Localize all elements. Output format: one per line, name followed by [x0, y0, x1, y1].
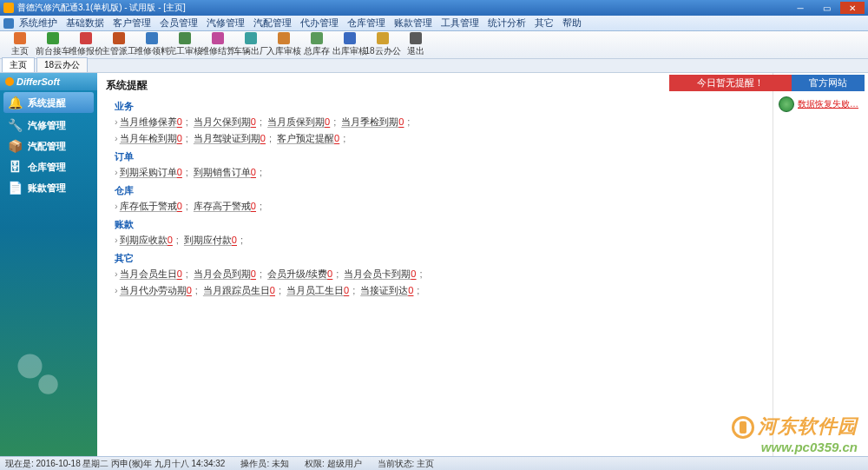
toolbar-label: 完工审核	[168, 45, 202, 57]
ic-done-icon	[179, 32, 191, 44]
toolbar-退出[interactable]: 退出	[399, 32, 432, 58]
menu-item[interactable]: 帮助	[562, 17, 582, 30]
news-badge-icon	[779, 96, 794, 112]
nav-label: 汽修管理	[28, 119, 66, 132]
title-bar: 普德汽修汽配通3.1(单机版) - 试用版 - [主页] ─ ▭ ✕	[0, 0, 868, 16]
menu-item[interactable]: 工具管理	[441, 17, 479, 30]
reminder-link[interactable]: 当月质保到期0	[267, 116, 330, 127]
close-button[interactable]: ✕	[840, 2, 865, 14]
brand-dot-icon	[5, 77, 14, 86]
nav-label: 账款管理	[28, 182, 66, 195]
reminder-link[interactable]: 库存低于警戒0	[120, 201, 182, 211]
tab-主页[interactable]: 主页	[2, 57, 35, 72]
ic-quote-icon	[80, 32, 92, 44]
ic-out-icon	[245, 32, 257, 44]
ic-in-icon	[278, 32, 290, 44]
ic-home-icon	[14, 32, 26, 44]
official-site-link[interactable]: 官方网站	[792, 75, 865, 91]
sidebar-item-汽配管理[interactable]: 📦 汽配管理	[0, 136, 97, 156]
reminder-link[interactable]: 当月跟踪员生日0	[203, 285, 275, 295]
tab-strip: 主页18云办公	[0, 59, 868, 73]
reminder-link[interactable]: 当月会员卡到期0	[344, 268, 416, 279]
reminder-link[interactable]: 当月维修保养0	[120, 116, 182, 127]
menu-item[interactable]: 统计分析	[488, 17, 526, 30]
reminder-link[interactable]: 当月会员生日0	[120, 268, 182, 279]
right-panel: 最新资讯 数据恢复失败…	[773, 73, 868, 460]
link-row: ›到期应收款0;到期应付款0;	[115, 234, 764, 247]
minimize-button[interactable]: ─	[788, 2, 812, 14]
reminder-link[interactable]: 到期应收款0	[120, 235, 173, 245]
reminder-link[interactable]: 当月欠保到期0	[194, 116, 256, 127]
toolbar-总库存[interactable]: 总库存	[300, 32, 333, 58]
brand-text: DifferSoft	[16, 76, 60, 87]
reminder-link[interactable]: 当月员工生日0	[286, 285, 349, 295]
menu-item[interactable]: 系统维护	[19, 17, 57, 30]
maximize-button[interactable]: ▭	[814, 2, 838, 14]
toolbar-维修领料[interactable]: 维修领料	[135, 32, 168, 58]
sidebar-item-账款管理[interactable]: 📄 账款管理	[0, 177, 97, 198]
top-right-bar: 今日暂无提醒！ 官方网站	[669, 75, 865, 91]
sidebar-item-系统提醒[interactable]: 🔔 系统提醒	[3, 92, 94, 113]
menu-bar: 系统维护基础数据客户管理会员管理汽修管理汽配管理代办管理仓库管理账款管理工具管理…	[0, 16, 868, 31]
reminder-link[interactable]: 当月驾驶证到期0	[194, 133, 266, 143]
toolbar-主页[interactable]: 主页	[3, 32, 36, 58]
toolbar-维修结算[interactable]: 维修结算	[201, 32, 234, 58]
app-icon	[3, 3, 14, 13]
sidebar-item-汽修管理[interactable]: 🔧 汽修管理	[0, 115, 97, 136]
menu-item[interactable]: 仓库管理	[347, 17, 385, 30]
reminder-link[interactable]: 当接证到达0	[360, 285, 413, 295]
toolbar-18云办公[interactable]: 18云办公	[366, 32, 399, 58]
toolbar-label: 18云办公	[365, 45, 400, 57]
reminder-link[interactable]: 当月季检到期0	[341, 116, 404, 127]
gears-decoration	[9, 345, 69, 407]
toolbar-前台接车[interactable]: 前台接车	[36, 32, 69, 58]
reminder-link[interactable]: 到期应付款0	[184, 235, 237, 245]
reminder-link[interactable]: 到期采购订单0	[120, 167, 182, 177]
menu-item[interactable]: 其它	[535, 17, 554, 30]
nav-icon: 🔔	[7, 95, 23, 110]
menu-item[interactable]: 账款管理	[394, 17, 432, 30]
toolbar-完工审核[interactable]: 完工审核	[168, 32, 201, 58]
svg-point-1	[38, 374, 57, 394]
reminder-link[interactable]: 当月年检到期0	[120, 133, 182, 143]
link-row: ›当月会员生日0;当月会员到期0;会员升级/续费0;当月会员卡到期0;	[115, 268, 764, 281]
menu-item[interactable]: 会员管理	[160, 17, 198, 30]
menu-item[interactable]: 基础数据	[66, 17, 104, 30]
toolbar-主管派工[interactable]: 主管派工	[102, 32, 135, 58]
toolbar-维修报价[interactable]: 维修报价	[69, 32, 102, 58]
toolbar: 主页 前台接车 维修报价 主管派工 维修领料 完工审核 维修结算 车辆出厂 入库…	[0, 31, 868, 59]
menu-icon	[3, 18, 14, 29]
link-row: ›到期采购订单0;到期销售订单0;	[115, 166, 764, 179]
toolbar-label: 入库审核	[266, 45, 301, 57]
reminder-link[interactable]: 当月会员到期0	[194, 268, 256, 279]
reminder-link[interactable]: 到期销售订单0	[194, 167, 256, 177]
section-title: 账款	[115, 218, 764, 231]
toolbar-label: 前台接车	[36, 45, 70, 57]
menu-item[interactable]: 汽修管理	[207, 17, 245, 30]
ic-18-icon	[377, 32, 389, 44]
menu-item[interactable]: 汽配管理	[253, 17, 292, 30]
status-operator: 操作员: 未知	[240, 458, 289, 470]
reminder-link[interactable]: 当月代办劳动期0	[120, 285, 192, 295]
sidebar-item-仓库管理[interactable]: 🗄 仓库管理	[0, 156, 97, 177]
ic-settle-icon	[212, 32, 224, 44]
toolbar-label: 总库存	[304, 45, 330, 57]
main-panel: 系统提醒 业务›当月维修保养0;当月欠保到期0;当月质保到期0;当月季检到期0;…	[97, 73, 773, 460]
menu-item[interactable]: 代办管理	[300, 17, 339, 30]
status-perm: 权限: 超级用户	[305, 458, 362, 470]
tab-18云办公[interactable]: 18云办公	[36, 57, 88, 72]
toolbar-label: 维修结算	[201, 45, 235, 57]
menu-item[interactable]: 客户管理	[113, 17, 151, 30]
link-row: ›当月年检到期0;当月驾驶证到期0;客户预定提醒0;	[115, 132, 764, 145]
toolbar-车辆出厂[interactable]: 车辆出厂	[234, 32, 267, 58]
toolbar-出库审核[interactable]: 出库审核	[333, 32, 366, 58]
news-item: 数据恢复失败…	[779, 96, 863, 112]
reminder-link[interactable]: 客户预定提醒0	[277, 133, 339, 143]
reminder-link[interactable]: 会员升级/续费0	[267, 268, 332, 279]
news-link[interactable]: 数据恢复失败…	[798, 98, 858, 110]
toolbar-label: 主页	[11, 45, 29, 57]
ic-outchk-icon	[344, 32, 356, 44]
reminder-link[interactable]: 库存高于警戒0	[194, 201, 256, 211]
ic-material-icon	[146, 32, 158, 44]
toolbar-入库审核[interactable]: 入库审核	[267, 32, 300, 58]
